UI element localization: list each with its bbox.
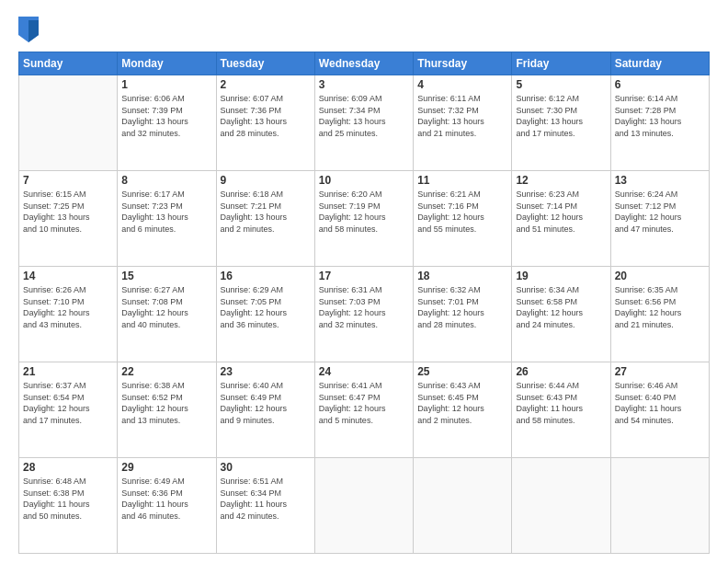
day-info: Sunrise: 6:48 AMSunset: 6:38 PMDaylight:… xyxy=(23,476,113,522)
calendar-cell xyxy=(512,458,610,554)
day-info: Sunrise: 6:29 AMSunset: 7:05 PMDaylight:… xyxy=(221,284,311,330)
calendar-header-row: SundayMondayTuesdayWednesdayThursdayFrid… xyxy=(19,52,710,75)
calendar-cell: 10Sunrise: 6:20 AMSunset: 7:19 PMDayligh… xyxy=(314,171,413,267)
day-info: Sunrise: 6:09 AMSunset: 7:34 PMDaylight:… xyxy=(319,93,409,139)
calendar-cell: 4Sunrise: 6:11 AMSunset: 7:32 PMDaylight… xyxy=(414,75,512,171)
day-info: Sunrise: 6:35 AMSunset: 6:56 PMDaylight:… xyxy=(615,284,705,330)
calendar-cell: 28Sunrise: 6:48 AMSunset: 6:38 PMDayligh… xyxy=(19,458,118,554)
calendar-cell: 25Sunrise: 6:43 AMSunset: 6:45 PMDayligh… xyxy=(414,362,512,458)
calendar-cell: 23Sunrise: 6:40 AMSunset: 6:49 PMDayligh… xyxy=(216,362,314,458)
day-number: 24 xyxy=(319,365,409,378)
day-number: 2 xyxy=(221,78,311,91)
day-number: 27 xyxy=(615,365,705,378)
day-info: Sunrise: 6:12 AMSunset: 7:30 PMDaylight:… xyxy=(516,93,606,139)
svg-marker-1 xyxy=(28,20,39,42)
calendar-week-row: 21Sunrise: 6:37 AMSunset: 6:54 PMDayligh… xyxy=(19,362,710,458)
calendar-cell: 19Sunrise: 6:34 AMSunset: 6:58 PMDayligh… xyxy=(512,267,610,362)
day-info: Sunrise: 6:40 AMSunset: 6:49 PMDaylight:… xyxy=(221,380,311,426)
day-info: Sunrise: 6:51 AMSunset: 6:34 PMDaylight:… xyxy=(221,476,311,522)
calendar-cell xyxy=(19,75,118,171)
day-info: Sunrise: 6:49 AMSunset: 6:36 PMDaylight:… xyxy=(121,476,211,522)
day-info: Sunrise: 6:26 AMSunset: 7:10 PMDaylight:… xyxy=(23,284,113,330)
weekday-header: Saturday xyxy=(610,52,709,75)
calendar-cell: 8Sunrise: 6:17 AMSunset: 7:23 PMDaylight… xyxy=(118,171,216,267)
day-info: Sunrise: 6:17 AMSunset: 7:23 PMDaylight:… xyxy=(121,189,211,235)
calendar-cell xyxy=(610,458,709,554)
day-info: Sunrise: 6:23 AMSunset: 7:14 PMDaylight:… xyxy=(516,189,606,235)
day-info: Sunrise: 6:34 AMSunset: 6:58 PMDaylight:… xyxy=(516,284,606,330)
day-info: Sunrise: 6:15 AMSunset: 7:25 PMDaylight:… xyxy=(23,189,113,235)
day-number: 18 xyxy=(417,270,507,282)
day-number: 23 xyxy=(221,365,311,378)
weekday-header: Monday xyxy=(118,52,216,75)
logo xyxy=(18,17,42,42)
day-info: Sunrise: 6:24 AMSunset: 7:12 PMDaylight:… xyxy=(615,189,705,235)
day-info: Sunrise: 6:14 AMSunset: 7:28 PMDaylight:… xyxy=(615,93,705,139)
weekday-header: Sunday xyxy=(19,52,118,75)
calendar-cell: 24Sunrise: 6:41 AMSunset: 6:47 PMDayligh… xyxy=(314,362,413,458)
day-number: 5 xyxy=(516,78,606,91)
calendar-cell: 11Sunrise: 6:21 AMSunset: 7:16 PMDayligh… xyxy=(414,171,512,267)
day-number: 14 xyxy=(23,270,113,282)
day-number: 29 xyxy=(121,461,211,474)
calendar-week-row: 7Sunrise: 6:15 AMSunset: 7:25 PMDaylight… xyxy=(19,171,710,267)
logo-icon xyxy=(18,17,39,42)
calendar-cell: 22Sunrise: 6:38 AMSunset: 6:52 PMDayligh… xyxy=(118,362,216,458)
calendar-cell: 21Sunrise: 6:37 AMSunset: 6:54 PMDayligh… xyxy=(19,362,118,458)
day-number: 10 xyxy=(319,174,409,187)
day-info: Sunrise: 6:46 AMSunset: 6:40 PMDaylight:… xyxy=(615,380,705,426)
calendar-table: SundayMondayTuesdayWednesdayThursdayFrid… xyxy=(18,52,710,554)
day-info: Sunrise: 6:20 AMSunset: 7:19 PMDaylight:… xyxy=(319,189,409,235)
calendar-cell: 29Sunrise: 6:49 AMSunset: 6:36 PMDayligh… xyxy=(118,458,216,554)
day-number: 16 xyxy=(221,270,311,282)
calendar-cell xyxy=(314,458,413,554)
day-number: 13 xyxy=(615,174,705,187)
calendar-cell: 5Sunrise: 6:12 AMSunset: 7:30 PMDaylight… xyxy=(512,75,610,171)
calendar-cell: 1Sunrise: 6:06 AMSunset: 7:39 PMDaylight… xyxy=(118,75,216,171)
weekday-header: Friday xyxy=(512,52,610,75)
day-number: 1 xyxy=(121,78,211,91)
calendar-week-row: 28Sunrise: 6:48 AMSunset: 6:38 PMDayligh… xyxy=(19,458,710,554)
day-info: Sunrise: 6:37 AMSunset: 6:54 PMDaylight:… xyxy=(23,380,113,426)
weekday-header: Tuesday xyxy=(216,52,314,75)
calendar-cell: 20Sunrise: 6:35 AMSunset: 6:56 PMDayligh… xyxy=(610,267,709,362)
weekday-header: Wednesday xyxy=(314,52,413,75)
day-info: Sunrise: 6:44 AMSunset: 6:43 PMDaylight:… xyxy=(516,380,606,426)
calendar-cell: 6Sunrise: 6:14 AMSunset: 7:28 PMDaylight… xyxy=(610,75,709,171)
day-number: 12 xyxy=(516,174,606,187)
day-info: Sunrise: 6:06 AMSunset: 7:39 PMDaylight:… xyxy=(121,93,211,139)
calendar-cell: 12Sunrise: 6:23 AMSunset: 7:14 PMDayligh… xyxy=(512,171,610,267)
calendar-cell: 26Sunrise: 6:44 AMSunset: 6:43 PMDayligh… xyxy=(512,362,610,458)
day-number: 26 xyxy=(516,365,606,378)
day-number: 30 xyxy=(221,461,311,474)
calendar-cell: 9Sunrise: 6:18 AMSunset: 7:21 PMDaylight… xyxy=(216,171,314,267)
day-number: 28 xyxy=(23,461,113,474)
day-info: Sunrise: 6:27 AMSunset: 7:08 PMDaylight:… xyxy=(121,284,211,330)
day-info: Sunrise: 6:07 AMSunset: 7:36 PMDaylight:… xyxy=(221,93,311,139)
day-info: Sunrise: 6:21 AMSunset: 7:16 PMDaylight:… xyxy=(417,189,507,235)
calendar-week-row: 1Sunrise: 6:06 AMSunset: 7:39 PMDaylight… xyxy=(19,75,710,171)
day-number: 25 xyxy=(417,365,507,378)
day-number: 3 xyxy=(319,78,409,91)
calendar-week-row: 14Sunrise: 6:26 AMSunset: 7:10 PMDayligh… xyxy=(19,267,710,362)
calendar-cell xyxy=(414,458,512,554)
calendar-cell: 27Sunrise: 6:46 AMSunset: 6:40 PMDayligh… xyxy=(610,362,709,458)
calendar-cell: 16Sunrise: 6:29 AMSunset: 7:05 PMDayligh… xyxy=(216,267,314,362)
day-number: 9 xyxy=(221,174,311,187)
calendar-cell: 15Sunrise: 6:27 AMSunset: 7:08 PMDayligh… xyxy=(118,267,216,362)
header xyxy=(18,17,710,42)
day-number: 4 xyxy=(417,78,507,91)
calendar-cell: 2Sunrise: 6:07 AMSunset: 7:36 PMDaylight… xyxy=(216,75,314,171)
day-info: Sunrise: 6:11 AMSunset: 7:32 PMDaylight:… xyxy=(417,93,507,139)
calendar-cell: 18Sunrise: 6:32 AMSunset: 7:01 PMDayligh… xyxy=(414,267,512,362)
day-number: 8 xyxy=(121,174,211,187)
day-number: 17 xyxy=(319,270,409,282)
day-number: 11 xyxy=(417,174,507,187)
day-number: 20 xyxy=(615,270,705,282)
calendar-cell: 7Sunrise: 6:15 AMSunset: 7:25 PMDaylight… xyxy=(19,171,118,267)
day-info: Sunrise: 6:43 AMSunset: 6:45 PMDaylight:… xyxy=(417,380,507,426)
calendar-cell: 30Sunrise: 6:51 AMSunset: 6:34 PMDayligh… xyxy=(216,458,314,554)
day-number: 15 xyxy=(121,270,211,282)
day-info: Sunrise: 6:38 AMSunset: 6:52 PMDaylight:… xyxy=(121,380,211,426)
day-number: 19 xyxy=(516,270,606,282)
